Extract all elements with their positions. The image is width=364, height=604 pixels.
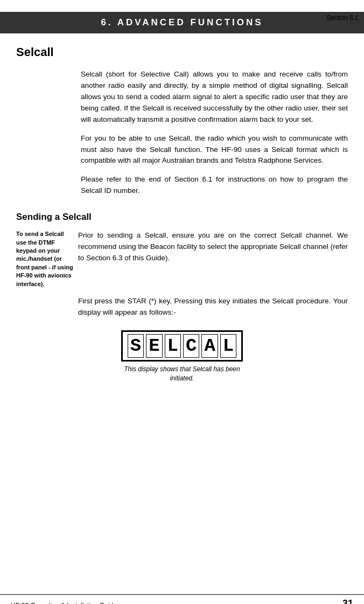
selcall-title: Selcall [16,45,348,59]
footer: HF-90 Operation & Installation Guide 31 [0,594,364,604]
display-container: S E L C A L This display shows that Selc… [16,330,348,383]
lcd-char-E: E [146,334,162,358]
sending-row-2: First press the STAR (*) key. Pressing t… [16,296,348,318]
display-caption: This display shows that Selcall has been… [16,365,348,383]
lcd-char-C: C [183,334,199,358]
lcd-char-L2: L [220,334,236,358]
sending-row-1: To send a Selcall use the DTMF keypad on… [16,230,348,288]
sending-selcall-title: Sending a Selcall [16,212,348,223]
lcd-display: S E L C A L [121,330,243,362]
footer-page-number: 31 [342,595,353,604]
page-container: Section 6.1 6. ADVANCED FUNCTIONS Selcal… [0,12,364,604]
lcd-char-S: S [128,334,144,358]
lcd-char-A: A [201,334,218,358]
lcd-char-L: L [165,334,181,358]
selcall-paragraph-3: Please refer to the end of Section 6.1 f… [81,174,348,197]
chapter-header: 6. ADVANCED FUNCTIONS [0,12,364,33]
sending-paragraph-1: Prior to sending a Selcall, ensure you a… [78,230,348,288]
selcall-paragraph-2: For you to be able to use Selcall, the r… [81,133,348,167]
selcall-paragraph-1: Selcall (short for Selective Call) allow… [81,69,348,126]
sidebar-note: To send a Selcall use the DTMF keypad on… [16,230,78,288]
footer-left: HF-90 Operation & Installation Guide [11,599,117,604]
content-area: Selcall Selcall (short for Selective Cal… [0,45,364,383]
sending-paragraph-2: First press the STAR (*) key. Pressing t… [78,296,348,318]
section-number: Section 6.1 [326,14,359,22]
sidebar-note-spacer [16,296,78,318]
